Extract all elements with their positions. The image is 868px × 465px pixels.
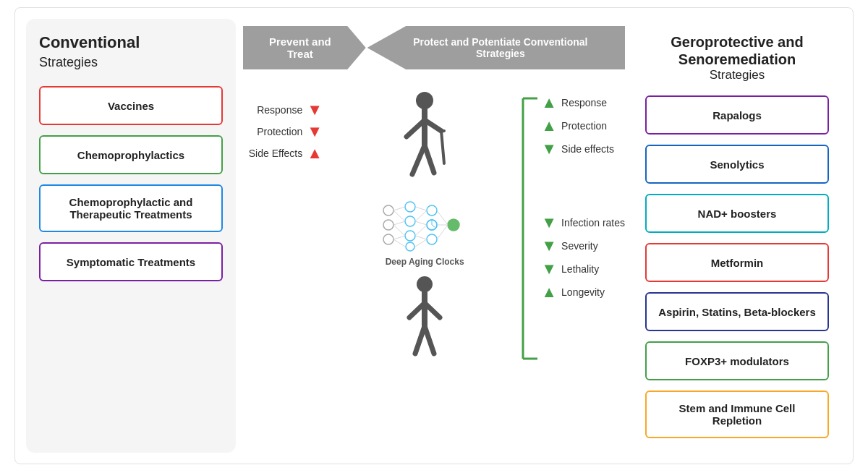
svg-line-42 [425,326,434,354]
healthy-person-figure [399,274,450,361]
right-response-up-arrow: ▲ [541,95,557,111]
svg-point-14 [406,242,414,251]
left-panel: Conventional Strategies Vaccines Chemopr… [26,19,236,453]
box-rapalogs: Rapalogs [645,95,829,135]
box-stem-immune: Stem and Immune Cell Repletion [645,391,829,438]
right-severity: ▼ Severity [541,238,625,254]
indicator-sideeffects-up: Side Effects ▲ [249,145,323,161]
svg-point-10 [383,234,393,244]
svg-line-24 [393,221,405,225]
green-bracket-svg [519,91,541,366]
right-bracket-area: ▲ Response ▲ Protection ▼ Side effects ▼ [519,88,625,366]
svg-point-15 [427,205,437,216]
right-subtitle: Strategies [645,68,829,82]
right-response: ▲ Response [541,95,625,111]
box-metformin: Metformin [645,243,829,282]
right-severity-down-arrow: ▼ [541,238,557,254]
right-panel: Geroprotective and Senoremediation Strat… [632,19,842,453]
box-chemoprophylactics: Chemoprophylactics [39,135,223,174]
box-chemo-therapeutic: Chemoprophylactic and Therapeutic Treatm… [39,184,223,232]
svg-line-21 [432,225,435,227]
svg-point-17 [427,234,437,244]
middle-content: Response ▼ Protection ▼ Side Effects ▲ [243,88,625,453]
svg-line-36 [437,225,448,239]
middle-panel: Prevent and Treat Protect and Potentiate… [243,19,625,453]
right-infection: ▼ Infection rates [541,215,625,231]
right-sideeffects-down-arrow: ▼ [541,141,557,157]
main-container: Conventional Strategies Vaccines Chemopr… [14,7,854,464]
svg-line-27 [393,239,405,247]
svg-line-29 [415,210,427,221]
sideeffects-up-arrow: ▲ [307,145,323,161]
clock-label: Deep Aging Clocks [386,257,464,267]
right-indicators: ▲ Response ▲ Protection ▼ Side effects ▼ [541,91,625,366]
center-figures: Deep Aging Clocks [330,88,519,361]
svg-point-13 [405,231,415,241]
svg-line-41 [415,326,425,354]
header-arrows: Prevent and Treat Protect and Potentiate… [243,22,625,73]
svg-point-12 [405,216,415,226]
svg-line-25 [393,225,405,236]
indicator-protection-down: Protection ▼ [257,124,323,140]
svg-line-26 [393,236,405,239]
left-title: Conventional [39,33,223,52]
svg-line-34 [437,210,448,225]
box-symptomatic: Symptomatic Treatments [39,242,223,281]
svg-line-30 [415,221,427,225]
right-infection-down-arrow: ▼ [541,215,557,231]
right-protection: ▲ Protection [541,118,625,134]
svg-point-9 [383,220,393,230]
response-down-arrow: ▼ [307,102,323,118]
protection-down-arrow: ▼ [307,124,323,140]
svg-line-22 [393,207,405,210]
right-lethality-down-arrow: ▼ [541,261,557,277]
box-vaccines: Vaccines [39,86,223,125]
svg-line-32 [415,236,427,239]
left-subtitle: Strategies [39,55,223,70]
right-longevity-up-arrow: ▲ [541,284,557,300]
prevent-treat-arrow: Prevent and Treat [243,26,366,69]
svg-point-8 [383,205,393,216]
clock-svg [378,196,472,254]
left-indicators: Response ▼ Protection ▼ Side Effects ▲ [243,88,330,161]
right-protection-up-arrow: ▲ [541,118,557,134]
protect-potentiate-arrow: Protect and Potentiate Conventional Stra… [367,26,625,69]
box-senolytics: Senolytics [645,145,829,184]
box-foxp3: FOXP3+ modulators [645,341,829,380]
indicator-response-down: Response ▼ [257,102,323,118]
box-aspirin-statins: Aspirin, Statins, Beta-blockers [645,292,829,331]
svg-line-6 [412,145,425,174]
svg-line-33 [415,239,427,247]
svg-line-23 [393,210,405,221]
svg-line-31 [415,225,427,236]
svg-line-4 [441,131,444,163]
right-lethality: ▼ Lethality [541,261,625,277]
right-title: Geroprotective and Senoremediation [645,33,829,68]
right-sideeffects: ▼ Side effects [541,141,625,157]
right-longevity: ▲ Longevity [541,284,625,300]
elderly-person-figure [392,88,457,189]
box-nad-boosters: NAD+ boosters [645,194,829,233]
svg-point-18 [448,219,459,231]
deep-aging-clock-area: Deep Aging Clocks [378,196,472,267]
svg-line-28 [415,207,427,210]
svg-line-7 [425,145,434,173]
svg-point-11 [405,202,415,212]
